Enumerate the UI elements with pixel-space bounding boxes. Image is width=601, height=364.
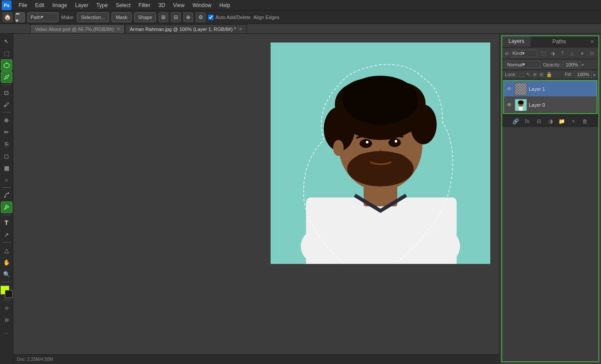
menu-image[interactable]: Image [49,1,70,9]
direct-select-tool[interactable] [1,71,12,83]
path-align-button[interactable]: ⊟ [171,12,181,22]
menu-type[interactable]: Type [93,1,111,9]
lock-brush-btn[interactable]: ✎ [526,72,530,77]
tab-close-video[interactable]: ✕ [116,27,120,31]
shape-tool[interactable]: △ [1,244,12,256]
opacity-arrow[interactable]: ▸ [582,62,584,67]
menu-layer[interactable]: Layer [71,1,92,9]
hand-tool[interactable]: ✋ [1,256,12,268]
opacity-row: Opacity: 100% ▸ [543,61,584,68]
layer-group-btn[interactable]: 📁 [558,117,566,125]
layer1-visibility-toggle[interactable]: 👁 [506,85,513,93]
layer0-name: Layer 0 [529,102,595,108]
filter-toggle-btn[interactable]: ⊡ [588,49,596,57]
doc-status: Doc: 2.25M/4.50M [17,357,53,362]
tab-layers[interactable]: Layers [502,36,531,47]
fill-arrow[interactable]: ▸ [593,72,596,77]
quick-mask-btn[interactable]: ⊙ [1,302,12,314]
menu-window[interactable]: Window [189,1,215,9]
fill-label: Fill: [565,72,572,77]
menu-edit[interactable]: Edit [31,1,48,9]
blend-mode-dropdown[interactable]: Normal ▾ [505,61,540,68]
eyedropper-tool[interactable] [1,99,12,110]
filter-type-btn[interactable]: T [558,49,566,57]
menu-select[interactable]: Select [112,1,134,9]
path-arrange-button[interactable]: ⊕ [183,12,193,22]
crop-tool[interactable]: ⊡ [1,87,12,98]
filter-shape-btn[interactable]: △ [568,49,576,57]
zoom-tool[interactable]: 🔍 [1,268,12,280]
tab-close-arman[interactable]: ✕ [239,27,242,31]
selection-button[interactable]: Selection... [77,12,109,22]
layer-mask-btn[interactable]: ⊟ [535,117,543,125]
path-ops-button[interactable]: ⊞ [159,12,168,22]
path-selection-tool[interactable]: ↗ [1,229,12,240]
panel-menu-button[interactable]: ≡ [588,37,597,46]
mask-button[interactable]: Mask [112,12,131,22]
layer-delete-btn[interactable]: 🗑 [581,117,589,125]
lock-all-btn[interactable]: 🔒 [546,72,552,77]
svg-point-21 [366,141,368,143]
extra-tools-btn[interactable]: … [1,326,12,337]
marquee-tool[interactable]: ⬚ [1,47,12,59]
lock-artboard-btn[interactable]: ⊞ [539,72,543,77]
clone-stamp-tool[interactable]: ⎘ [1,138,12,150]
pen-tool-select[interactable]: ✒ ▾ [15,12,25,22]
tab-paths[interactable]: Paths [546,37,572,46]
lasso-tool[interactable] [1,59,12,71]
screen-mode-btn[interactable]: ⊟ [1,314,12,325]
menu-help[interactable]: Help [216,1,234,9]
gradient-tool[interactable]: ▦ [1,162,12,174]
menu-3d[interactable]: 3D [155,1,168,9]
type-tool[interactable]: T [1,217,12,228]
filter-smart-btn[interactable]: ★ [578,49,586,57]
layer-link-btn[interactable]: 🔗 [512,117,520,125]
brush-tool[interactable]: ✏ [1,126,12,138]
layer-item-layer0[interactable]: 👁 Layer 0 [504,97,597,113]
background-color[interactable] [5,290,13,298]
layer0-visibility-toggle[interactable]: 👁 [506,101,513,108]
workspace-outer: Doc: 2.25M/4.50M [13,34,499,364]
svg-point-0 [4,63,9,68]
photo-container [271,43,490,264]
eraser-tool[interactable]: ◻ [1,150,12,162]
svg-rect-30 [519,106,523,110]
filter-kind-dropdown[interactable]: Kind ▾ [510,50,537,57]
move-tool[interactable]: ↖ [1,35,12,47]
layers-panel-container: Layers Paths ≡ ⊞ Kind ▾ ⬛ ◑ T △ ★ ⊡ N [499,34,601,364]
menu-view[interactable]: View [170,1,188,9]
fill-value[interactable]: 100% [574,71,592,78]
pen-tool[interactable] [1,190,12,201]
path-settings-button[interactable]: ⚙ [196,12,206,22]
anchor-point-tool[interactable] [1,201,12,213]
menu-bar: Ps File Edit Image Layer Type Select Fil… [0,0,601,11]
auto-add-delete-checkbox[interactable]: Auto Add/Delete [208,15,251,20]
maker-label: Make: [61,15,74,20]
layer-item-layer1[interactable]: 👁 Layer 1 [504,81,597,97]
panel-tab-bar: Layers Paths ≡ [502,36,598,47]
dodge-tool[interactable]: ○ [1,174,12,186]
menu-filter[interactable]: Filter [135,1,154,9]
layer-fx-btn[interactable]: fx [523,117,531,125]
filter-adj-btn[interactable]: ◑ [549,49,557,57]
layer-adj-btn[interactable]: ◑ [547,117,554,125]
layer1-name: Layer 1 [529,86,595,92]
menu-file[interactable]: File [15,1,31,9]
filter-pixel-btn[interactable]: ⬛ [539,49,547,57]
layer0-thumbnail [515,99,527,111]
shape-button[interactable]: Shape [134,12,156,22]
heal-tool[interactable]: ⊕ [1,114,12,126]
layer-new-btn[interactable]: + [570,117,578,125]
svg-point-26 [333,140,344,156]
svg-point-18 [341,78,403,113]
canvas-scroll-area[interactable] [13,34,499,354]
lock-transparency-btn[interactable]: ⬚ [519,72,523,77]
panel-bottom-bar: 🔗 fx ⊟ ◑ 📁 + 🗑 [502,115,598,127]
home-button[interactable]: 🏠 [3,12,12,22]
tab-arman-rahman[interactable]: Arman Rahman.jpg @ 100% (Layer 1, RGB/8#… [125,24,247,33]
opacity-value[interactable]: 100% [562,61,580,68]
lock-position-btn[interactable]: ⊕ [533,72,537,77]
tab-video-about[interactable]: Video About.psd @ 66.7% (RGB/8#) ✕ [30,24,125,33]
layer-filter-row: ⊞ Kind ▾ ⬛ ◑ T △ ★ ⊡ [502,47,598,59]
tool-mode-dropdown[interactable]: Path ▾ [27,12,58,22]
